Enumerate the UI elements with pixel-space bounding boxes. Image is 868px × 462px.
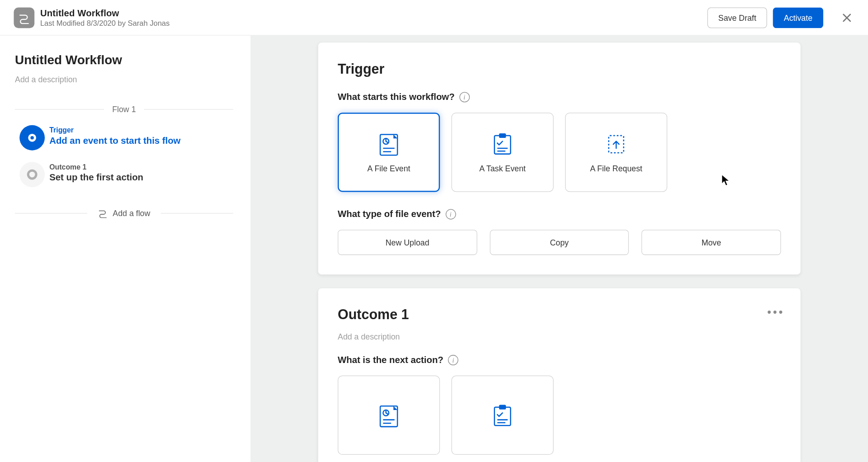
step-dot-active [19,125,45,151]
workflow-title[interactable]: Untitled Workflow [40,8,170,18]
card-menu-button[interactable]: ••• [767,306,784,319]
svg-rect-6 [499,133,506,138]
file-event-type-question: What type of file event? [338,209,441,219]
last-modified: Last Modified 8/3/2020 by Sarah Jonas [40,19,170,27]
file-action-icon [377,402,400,428]
tile-label: A File Request [590,164,642,173]
pill-copy[interactable]: Copy [490,230,629,255]
flow-divider: Flow 1 [15,104,233,113]
flow-label: Flow 1 [104,104,144,113]
flow-step-trigger[interactable]: Trigger Add an event to start this flow [15,125,233,151]
action-tile-task[interactable] [451,376,553,455]
outcome-card: ••• Outcome 1 Add a description What is … [318,288,801,462]
step-eyebrow: Trigger [49,126,180,134]
activate-button[interactable]: Activate [773,7,824,28]
workflow-icon [18,11,30,24]
step-eyebrow: Outcome 1 [49,163,143,171]
step-title: Add an event to start this flow [49,136,180,146]
trigger-tile-file-request[interactable]: A File Request [565,113,667,192]
canvas[interactable]: Trigger What starts this workflow? i [250,36,868,462]
close-button[interactable] [836,7,858,28]
step-dot-idle [19,162,45,187]
task-event-icon [491,131,514,156]
pill-new-upload[interactable]: New Upload [338,230,477,255]
sidebar: Untitled Workflow Add a description Flow… [0,36,250,462]
sidebar-description-input[interactable]: Add a description [15,75,233,84]
tile-label: A Task Event [479,164,525,173]
task-action-icon [491,402,514,428]
add-flow-label: Add a flow [113,208,150,217]
save-draft-button[interactable]: Save Draft [708,7,767,28]
pill-move[interactable]: Move [642,230,781,255]
info-icon[interactable]: i [445,209,456,219]
outcome-question: What is the next action? [338,355,443,365]
flow-step-outcome[interactable]: Outcome 1 Set up the first action [15,162,233,188]
add-flow-button[interactable]: Add a flow [87,206,160,221]
outcome-title: Outcome 1 [338,306,781,323]
file-event-icon [377,131,400,156]
trigger-tile-task-event[interactable]: A Task Event [451,113,553,192]
step-title: Set up the first action [49,172,143,183]
info-icon[interactable]: i [448,355,458,365]
svg-rect-16 [499,405,506,409]
file-request-icon [604,131,627,156]
trigger-tile-file-event[interactable]: A File Event [338,113,440,192]
header-bar: Untitled Workflow Last Modified 8/3/2020… [0,0,868,36]
add-flow-icon [98,208,108,218]
outcome-description-input[interactable]: Add a description [338,332,781,341]
close-icon [842,13,851,22]
action-tile-file[interactable] [338,376,440,455]
tile-label: A File Event [367,164,410,173]
trigger-title: Trigger [338,61,781,77]
trigger-card: Trigger What starts this workflow? i [318,42,801,274]
sidebar-title[interactable]: Untitled Workflow [15,53,233,68]
app-logo [14,7,34,28]
trigger-question: What starts this workflow? [338,92,455,102]
info-icon[interactable]: i [459,92,469,102]
